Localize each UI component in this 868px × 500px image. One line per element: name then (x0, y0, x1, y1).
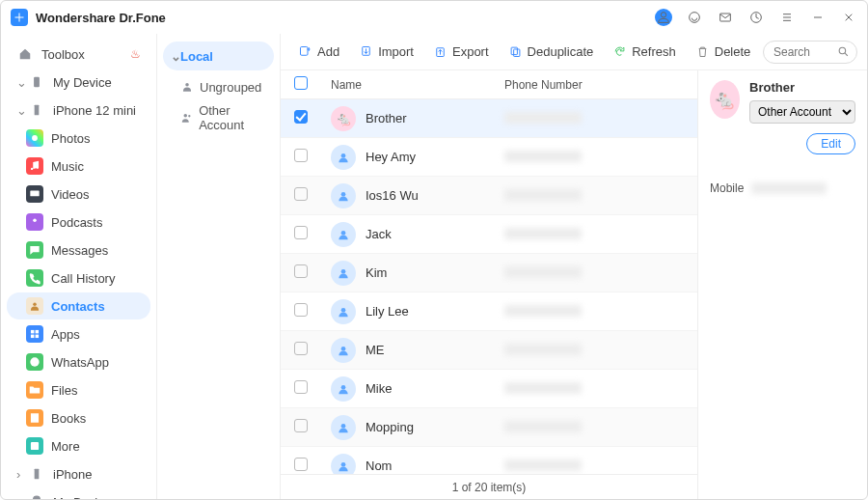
whatsapp-icon (26, 353, 43, 371)
hot-icon: ♨ (130, 47, 141, 61)
sidebar-item-more[interactable]: More (7, 432, 150, 459)
svg-point-35 (341, 423, 346, 428)
group-other[interactable]: Other Account (163, 103, 274, 132)
detail-name: Brother (749, 80, 855, 95)
sidebar-device[interactable]: ⌄ iPhone 12 mini (7, 97, 150, 124)
sidebar-item-whatsapp[interactable]: WhatsApp (7, 348, 150, 375)
contact-name: ME (366, 343, 504, 357)
group-ungrouped[interactable]: Ungrouped (163, 72, 274, 101)
svg-point-19 (185, 83, 189, 87)
row-checkbox[interactable] (294, 380, 308, 394)
search-box[interactable] (763, 41, 857, 64)
support-icon[interactable] (686, 9, 703, 26)
avatar (331, 376, 356, 402)
sidebar-item-apps[interactable]: Apps (7, 320, 150, 347)
sidebar-iphone[interactable]: ›iPhone (7, 460, 150, 487)
chevron-right-icon: › (16, 467, 28, 482)
backup-icon (28, 493, 45, 500)
sidebar-item-contacts[interactable]: Contacts (7, 292, 150, 319)
row-checkbox[interactable] (294, 419, 308, 432)
list-icon[interactable] (778, 9, 796, 26)
contact-name: Jack (366, 227, 504, 241)
contact-name: Mike (366, 381, 504, 396)
contact-name: Ios16 Wu (366, 188, 504, 203)
phone-value (504, 112, 582, 124)
avatar (331, 299, 356, 324)
toolbar: Add Import Export Deduplicate Refresh De… (281, 34, 867, 70)
deduplicate-button[interactable]: Deduplicate (501, 41, 602, 63)
contact-name: Kim (366, 265, 504, 280)
row-checkbox[interactable] (294, 342, 308, 355)
add-button[interactable]: Add (290, 41, 347, 63)
svg-point-31 (341, 268, 346, 273)
row-checkbox[interactable] (294, 303, 308, 317)
svg-point-5 (32, 135, 38, 141)
sidebar-item-podcasts[interactable]: Podcasts (7, 208, 150, 236)
row-checkbox[interactable] (294, 264, 308, 278)
avatar (331, 145, 356, 170)
row-checkbox[interactable] (294, 458, 308, 471)
sidebar-item-music[interactable]: Music (7, 153, 150, 180)
sidebar-item-files[interactable]: Files (7, 376, 150, 403)
row-checkbox[interactable] (294, 226, 308, 239)
sidebar-mydevice[interactable]: ⌄ My Device (7, 69, 150, 96)
chevron-down-icon: ⌄ (16, 103, 28, 118)
phone-value (504, 344, 582, 355)
export-button[interactable]: Export (425, 41, 497, 63)
col-phone[interactable]: Phone Number (504, 78, 583, 92)
music-icon (26, 157, 43, 175)
sidebar-mybackup[interactable]: ›My Backup (7, 488, 150, 500)
avatar (331, 338, 356, 363)
sidebar-item-photos[interactable]: Photos (7, 125, 150, 152)
select-all-checkbox[interactable] (294, 76, 308, 90)
svg-rect-26 (513, 49, 519, 57)
svg-rect-22 (301, 47, 309, 56)
sidebar-item-callhistory[interactable]: Call History (7, 264, 150, 292)
phone-icon (28, 465, 45, 483)
table-row[interactable]: Kim (281, 254, 697, 292)
refresh-button[interactable]: Refresh (605, 41, 684, 63)
contact-name: Hey Amy (366, 150, 504, 164)
table-row[interactable]: Lily Lee (281, 292, 697, 331)
mobile-label: Mobile (710, 181, 744, 195)
account-icon[interactable] (655, 9, 672, 26)
search-icon (837, 45, 850, 58)
messages-icon (26, 241, 43, 259)
table-row[interactable]: Ios16 Wu (281, 177, 697, 215)
mail-icon[interactable] (717, 9, 734, 26)
table-row[interactable]: ME (281, 331, 697, 370)
sidebar-item-videos[interactable]: Videos (7, 181, 150, 208)
table-row[interactable]: Jack (281, 215, 697, 254)
list-footer: 1 of 20 item(s) (281, 474, 697, 499)
history-icon[interactable] (747, 9, 765, 26)
podcast-icon (26, 213, 43, 231)
list-header: Name Phone Number (281, 70, 697, 99)
col-name[interactable]: Name (331, 78, 504, 92)
table-row[interactable]: Hey Amy (281, 138, 697, 177)
row-checkbox[interactable] (294, 149, 308, 162)
sidebar-toolbox[interactable]: Toolbox ♨ (7, 41, 150, 68)
contact-name: Brother (366, 111, 504, 125)
table-row[interactable]: Mopping (281, 408, 697, 447)
sidebar-item-books[interactable]: Books (7, 404, 150, 431)
row-checkbox[interactable] (294, 187, 308, 201)
delete-button[interactable]: Delete (688, 41, 759, 63)
phone-value (504, 459, 582, 471)
row-checkbox[interactable] (294, 110, 308, 124)
import-button[interactable]: Import (351, 41, 421, 63)
group-local[interactable]: ⌄Local (163, 42, 274, 70)
table-row[interactable]: Mike (281, 370, 697, 408)
home-icon (16, 45, 34, 63)
close-button[interactable] (840, 9, 857, 26)
account-select[interactable]: Other Account (749, 100, 855, 124)
svg-point-34 (341, 384, 346, 389)
app-logo (11, 9, 28, 26)
edit-button[interactable]: Edit (806, 133, 855, 154)
table-row[interactable]: Nom (281, 447, 697, 474)
contact-list[interactable]: 🐁BrotherHey AmyIos16 WuJackKimLily LeeME… (281, 99, 697, 474)
svg-point-21 (188, 115, 190, 117)
sidebar-item-messages[interactable]: Messages (7, 236, 150, 264)
person-icon (180, 80, 196, 94)
table-row[interactable]: 🐁Brother (281, 99, 697, 138)
minimize-button[interactable] (809, 9, 827, 26)
